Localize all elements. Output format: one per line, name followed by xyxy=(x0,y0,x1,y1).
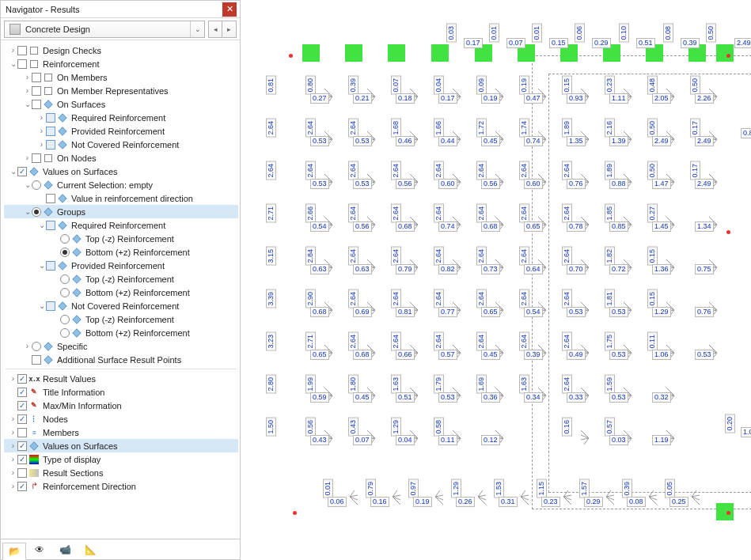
tree-item[interactable]: ›✓⋮Nodes xyxy=(4,412,238,426)
radio-button[interactable] xyxy=(32,207,41,217)
close-button[interactable]: ✕ xyxy=(222,2,237,17)
tree-item[interactable]: ⌄✓Values on Surfaces xyxy=(4,165,238,178)
tree-item[interactable]: Bottom (+z) Reinforcement xyxy=(4,286,238,299)
tree[interactable]: ›Design Checks⌄Reinforcement›On Members›… xyxy=(1,40,240,539)
tree-item[interactable]: ✓✎Max/Min Information xyxy=(4,399,238,412)
tree-item[interactable]: ›✓Values on Surfaces xyxy=(4,439,238,452)
tree-item[interactable]: ›On Nodes xyxy=(4,151,238,165)
tree-item[interactable]: ⌄Provided Reinforcement xyxy=(4,259,238,272)
radio-button[interactable] xyxy=(32,180,41,190)
radio-button[interactable] xyxy=(32,342,41,351)
graphics-viewport[interactable]: 0.030.170.010.070.010.150.060.290.100.51… xyxy=(241,0,751,560)
tree-item[interactable]: ⌄Groups xyxy=(4,205,238,218)
checkbox[interactable] xyxy=(17,428,27,437)
expander-icon[interactable]: › xyxy=(9,47,17,55)
next-button[interactable]: ▸ xyxy=(222,21,237,38)
expander-icon[interactable]: › xyxy=(9,456,17,464)
prev-button[interactable]: ◂ xyxy=(208,21,222,38)
tree-item[interactable]: ⌄On Surfaces xyxy=(4,97,238,111)
tab-views[interactable]: 👁 xyxy=(28,541,51,558)
radio-button[interactable] xyxy=(60,328,70,338)
checkbox[interactable] xyxy=(32,100,41,109)
checkbox[interactable]: ✓ xyxy=(17,441,27,451)
checkbox[interactable] xyxy=(17,59,27,69)
tab-explorer[interactable]: 📂 xyxy=(2,543,26,560)
tree-item[interactable]: ›On Member Representatives xyxy=(4,84,238,97)
expander-icon[interactable]: › xyxy=(23,154,32,162)
checkbox[interactable]: ✓ xyxy=(17,374,27,384)
tree-item[interactable]: ⌄Required Reinforcement xyxy=(4,218,238,232)
tree-item[interactable]: ›Result Sections xyxy=(4,466,238,479)
checkbox[interactable] xyxy=(17,46,27,55)
radio-button[interactable] xyxy=(60,248,70,257)
expander-icon[interactable]: › xyxy=(9,469,17,477)
checkbox[interactable] xyxy=(17,468,27,478)
tree-item[interactable]: Top (-z) Reinforcement xyxy=(4,272,238,286)
tree-item[interactable]: ›✓↱Reinforcement Direction xyxy=(4,479,238,493)
radio-button[interactable] xyxy=(60,315,70,324)
tree-item[interactable]: ›Design Checks xyxy=(4,44,238,57)
checkbox[interactable] xyxy=(46,301,55,311)
expander-icon[interactable]: ⌄ xyxy=(23,208,32,216)
tree-item[interactable]: ›Provided Reinforcement xyxy=(4,124,238,138)
tab-video[interactable]: 📹 xyxy=(53,541,77,558)
checkbox[interactable] xyxy=(46,140,55,149)
checkbox[interactable]: ✓ xyxy=(17,401,27,411)
checkbox[interactable]: ✓ xyxy=(17,414,27,424)
expander-icon[interactable]: ⌄ xyxy=(9,168,17,176)
checkbox[interactable] xyxy=(46,194,55,203)
expander-icon[interactable]: › xyxy=(23,74,32,81)
tree-item[interactable]: ›✓Type of display xyxy=(4,452,238,466)
tree-item[interactable]: ⌄Reinforcement xyxy=(4,57,238,70)
checkbox[interactable]: ✓ xyxy=(17,482,27,491)
tree-item[interactable]: Additional Surface Result Points xyxy=(4,353,238,366)
value-label: 2.16 xyxy=(605,119,615,138)
checkbox[interactable] xyxy=(32,153,41,163)
expander-icon[interactable]: › xyxy=(23,87,32,95)
tree-item[interactable]: Bottom (+z) Reinforcement xyxy=(4,326,238,339)
expander-icon[interactable]: › xyxy=(9,482,17,490)
expander-icon[interactable]: › xyxy=(37,127,46,135)
checkbox[interactable]: ✓ xyxy=(17,388,27,397)
tree-item[interactable]: Value in reinforcement direction xyxy=(4,191,238,205)
checkbox[interactable]: ✓ xyxy=(17,167,27,176)
expander-icon[interactable]: › xyxy=(37,114,46,122)
expander-icon[interactable]: › xyxy=(9,375,17,383)
design-dropdown[interactable]: Concrete Design ⌄ xyxy=(4,21,205,38)
radio-button[interactable] xyxy=(60,288,70,297)
expander-icon[interactable]: › xyxy=(9,415,17,423)
expander-icon[interactable]: ⌄ xyxy=(37,302,46,310)
checkbox[interactable] xyxy=(46,113,55,123)
tree-item[interactable]: ›≡Members xyxy=(4,426,238,439)
expander-icon[interactable]: ⌄ xyxy=(37,262,46,270)
checkbox[interactable] xyxy=(32,86,41,96)
expander-icon[interactable]: ⌄ xyxy=(37,221,46,229)
radio-button[interactable] xyxy=(60,274,70,284)
tree-item[interactable]: Top (-z) Reinforcement xyxy=(4,232,238,245)
checkbox[interactable] xyxy=(32,73,41,82)
expander-icon[interactable]: › xyxy=(9,442,17,450)
tree-item[interactable]: ›Not Covered Reinforcement xyxy=(4,138,238,151)
expander-icon[interactable]: › xyxy=(23,342,32,350)
tree-item[interactable]: ›✓x.xResult Values xyxy=(4,372,238,385)
expander-icon[interactable]: ⌄ xyxy=(9,60,17,68)
tree-item[interactable]: ✓✎Title Information xyxy=(4,385,238,399)
checkbox[interactable] xyxy=(46,221,55,230)
checkbox[interactable] xyxy=(46,127,55,136)
expander-icon[interactable]: › xyxy=(9,429,17,437)
tree-item[interactable]: Bottom (+z) Reinforcement xyxy=(4,245,238,259)
expander-icon[interactable]: › xyxy=(37,141,46,149)
radio-button[interactable] xyxy=(60,234,70,244)
expander-icon[interactable]: ⌄ xyxy=(23,181,32,189)
tree-item[interactable]: ›Required Reinforcement xyxy=(4,111,238,124)
tree-item[interactable]: ›On Members xyxy=(4,70,238,84)
tree-item[interactable]: Top (-z) Reinforcement xyxy=(4,312,238,326)
expander-icon[interactable]: ⌄ xyxy=(23,100,32,108)
tree-item[interactable]: ›Specific xyxy=(4,339,238,353)
tree-item[interactable]: ⌄Not Covered Reinforcement xyxy=(4,299,238,312)
tree-item[interactable]: ⌄Current Selection: empty xyxy=(4,178,238,191)
checkbox[interactable] xyxy=(46,261,55,271)
tab-results[interactable]: 📐 xyxy=(78,541,102,558)
checkbox[interactable] xyxy=(32,355,41,365)
checkbox[interactable]: ✓ xyxy=(17,455,27,464)
